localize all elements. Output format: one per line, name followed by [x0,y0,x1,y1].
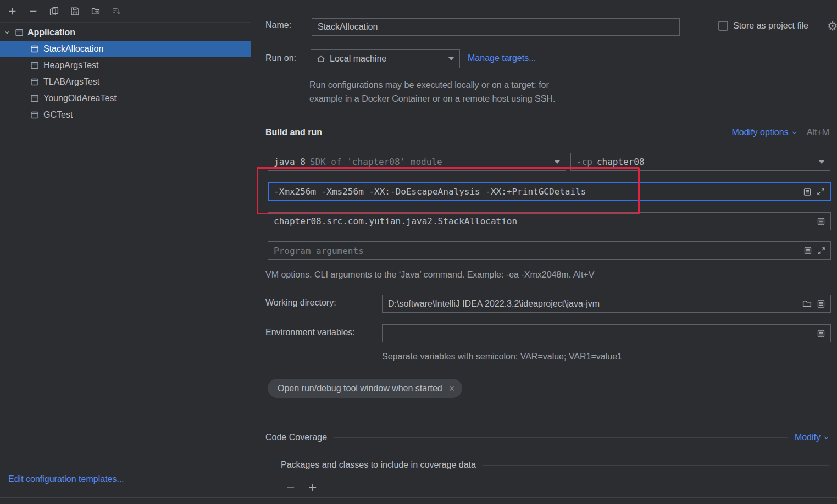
environment-variables-label: Environment variables: [265,328,355,337]
chevron-down-icon [791,129,798,136]
store-as-project-file-label: Store as project file [733,21,808,31]
edit-configuration-templates-link[interactable]: Edit configuration templates... [8,474,124,484]
environment-variables-field [382,324,831,342]
tree-item-label: StackAllocation [43,44,103,54]
expand-list-icon[interactable] [817,329,825,338]
jdk-value: java 8 [274,157,306,167]
configurations-tree: Application StackAllocation HeapArgsTest… [0,23,251,123]
coverage-packages-header: Packages and classes to include in cover… [281,460,830,470]
store-as-project-file: Store as project file [718,21,808,31]
close-icon[interactable]: × [449,384,455,394]
tree-item-label: GCTest [43,110,73,120]
name-input[interactable] [318,22,674,32]
tree-node-application[interactable]: Application [0,24,251,41]
run-on-value: Local machine [330,54,386,64]
tree-root-label: Application [27,27,75,37]
chevron-down-icon [823,434,830,441]
add-icon[interactable] [8,7,17,16]
vm-options-field [268,182,831,201]
copy-icon[interactable] [49,7,59,16]
remove-icon[interactable] [29,7,38,16]
main-class-input[interactable] [274,216,812,226]
build-and-run-title: Build and run [265,128,322,137]
save-icon[interactable] [70,7,80,16]
classpath-dropdown[interactable]: -cp chapter08 [570,153,830,171]
application-icon [30,94,39,103]
tree-item-label: HeapArgsTest [43,60,99,70]
working-directory-field [382,295,831,313]
coverage-modify-link[interactable]: Modify [795,433,830,442]
store-as-project-file-checkbox[interactable] [718,21,728,31]
chevron-down-icon[interactable] [3,29,11,36]
vm-options-help: VM options. CLI arguments to the ‘Java’ … [265,270,594,280]
build-and-run-actions: Modify options Alt+M [731,128,829,137]
expand-list-icon[interactable] [803,187,812,196]
expand-field-icon[interactable] [817,247,825,255]
dropdown-arrow-icon [819,160,824,164]
dropdown-arrow-icon [555,160,560,164]
application-icon [30,45,39,53]
program-arguments-input[interactable] [274,246,799,256]
main-class-field [268,212,831,230]
coverage-list-toolbar [286,483,318,492]
configuration-editor: Name: Store as project file ⚙ Run on: Lo… [252,0,837,504]
tag-label: Open run/debug tool window when started [278,384,442,394]
sidebar-toolbar [0,0,251,23]
environment-variables-help: Separate variables with semicolon: VAR=v… [382,352,622,362]
section-divider [483,465,830,466]
run-on-help-line1: Run configurations may be executed local… [309,80,549,90]
application-icon [30,61,39,70]
working-directory-input[interactable] [388,299,797,309]
jdk-dropdown[interactable]: java 8 SDK of 'chapter08' module [268,153,566,171]
code-coverage-section-header: Code Coverage Modify [265,433,830,442]
tree-item-label: YoungOldAreaTest [43,93,117,103]
configurations-sidebar: Application StackAllocation HeapArgsTest… [0,0,251,497]
expand-list-icon[interactable] [803,246,812,255]
dialog-bottom-divider [0,497,837,498]
application-icon [30,110,39,119]
tree-item-tlabargstest[interactable]: TLABArgsTest [0,74,251,90]
classpath-value: chapter08 [597,157,645,167]
tree-item-stackallocation[interactable]: StackAllocation [0,41,251,57]
name-label: Name: [265,20,291,30]
run-debug-configurations-dialog: Application StackAllocation HeapArgsTest… [0,0,837,504]
tree-item-heapargstest[interactable]: HeapArgsTest [0,57,251,74]
open-run-tool-window-tag: Open run/debug tool window when started … [268,379,462,398]
application-type-icon [15,28,24,37]
coverage-packages-label: Packages and classes to include in cover… [281,460,476,470]
run-on-dropdown[interactable]: Local machine [311,49,460,68]
folder-browse-icon[interactable] [802,299,812,308]
sort-icon[interactable] [112,7,121,16]
tree-item-youngoldareatest[interactable]: YoungOldAreaTest [0,90,251,107]
expand-list-icon[interactable] [817,217,825,226]
expand-field-icon[interactable] [817,187,825,196]
add-icon[interactable] [308,483,318,492]
dropdown-arrow-icon [448,57,454,60]
remove-icon[interactable] [286,483,296,492]
run-on-label: Run on: [265,53,296,63]
modify-options-link[interactable]: Modify options [731,128,797,137]
manage-targets-link[interactable]: Manage targets... [468,53,536,63]
tree-item-label: TLABArgsTest [43,77,99,87]
classpath-prefix: -cp [577,157,592,167]
local-machine-icon [317,54,325,63]
jdk-hint: SDK of 'chapter08' module [310,157,442,167]
application-icon [30,77,39,86]
vm-options-input[interactable] [274,186,798,197]
modify-options-shortcut: Alt+M [807,128,829,137]
tree-item-gctest[interactable]: GCTest [0,107,251,123]
expand-list-icon[interactable] [817,300,825,308]
section-divider [334,437,788,438]
name-field [312,18,680,36]
environment-variables-input[interactable] [388,329,812,339]
program-arguments-field [268,241,831,260]
settings-gear-icon[interactable]: ⚙ [827,20,837,32]
code-coverage-title: Code Coverage [265,433,327,442]
move-to-folder-icon[interactable] [91,7,101,16]
working-directory-label: Working directory: [265,298,336,308]
run-on-help-line2: example in a Docker Container or on a re… [309,94,555,104]
